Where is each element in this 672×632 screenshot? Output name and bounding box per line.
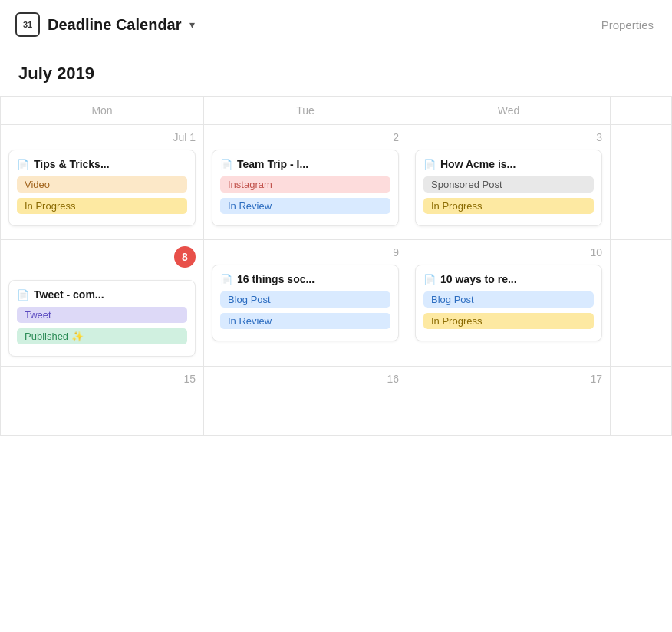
card-title-row-16: 📄 16 things soc... bbox=[220, 273, 390, 285]
tags-col-3: Sponsored Post In Progress bbox=[423, 176, 594, 218]
tag-blog-16[interactable]: Blog Post bbox=[220, 291, 390, 308]
day-header-mon: Mon bbox=[1, 97, 204, 124]
doc-icon: 📄 bbox=[17, 159, 29, 170]
chevron-down-icon[interactable]: ▾ bbox=[189, 18, 195, 31]
tag-video[interactable]: Video bbox=[17, 176, 187, 193]
cal-cell-10: 10 📄 10 ways to re... Blog Post In Progr… bbox=[407, 240, 611, 366]
cell-date-9: 9 bbox=[212, 246, 399, 258]
day-header-extra bbox=[611, 97, 672, 124]
card-team-trip[interactable]: 📄 Team Trip - I... Instagram In Review bbox=[212, 150, 399, 226]
card-title-row-tweet: 📄 Tweet - com... bbox=[17, 288, 187, 301]
cell-date-8-today: 8 bbox=[174, 246, 196, 268]
card-tips-tricks[interactable]: 📄 Tips & Tricks... Video In Progress bbox=[8, 150, 196, 226]
tag-blog-10[interactable]: Blog Post bbox=[423, 291, 594, 308]
cal-cell-extra-2 bbox=[611, 240, 672, 366]
doc-icon-16: 📄 bbox=[220, 274, 232, 285]
cal-cell-2: 2 📄 Team Trip - I... Instagram In Review bbox=[204, 125, 407, 239]
card-title-10: 10 ways to re... bbox=[440, 273, 517, 285]
card-title-row-10: 📄 10 ways to re... bbox=[423, 273, 594, 285]
card-title-team: Team Trip - I... bbox=[237, 158, 308, 170]
calendar-row-3: 15 16 17 bbox=[1, 367, 672, 436]
tags-col: Video In Progress bbox=[17, 176, 187, 218]
card-16things[interactable]: 📄 16 things soc... Blog Post In Review bbox=[212, 265, 399, 341]
cal-cell-9: 9 📄 16 things soc... Blog Post In Review bbox=[204, 240, 407, 366]
tag-in-progress-3[interactable]: In Progress bbox=[423, 198, 594, 214]
header: 31 Deadline Calendar ▾ Properties bbox=[0, 0, 672, 48]
card-how-acme[interactable]: 📄 How Acme is... Sponsored Post In Progr… bbox=[415, 150, 602, 226]
card-title-16: 16 things soc... bbox=[237, 273, 315, 285]
tags-col-2: Instagram In Review bbox=[220, 176, 390, 218]
card-title-row-3: 📄 How Acme is... bbox=[423, 158, 594, 170]
calendar-grid: Mon Tue Wed Jul 1 📄 Tips & Tricks... Vid… bbox=[0, 96, 672, 436]
cal-cell-extra-3 bbox=[611, 367, 672, 435]
cell-date-16: 16 bbox=[212, 373, 399, 385]
calendar-icon: 31 bbox=[15, 12, 40, 37]
cal-cell-17: 17 bbox=[407, 367, 611, 435]
properties-button[interactable]: Properties bbox=[601, 18, 654, 31]
cal-cell-3: 3 📄 How Acme is... Sponsored Post In Pro… bbox=[407, 125, 611, 239]
tag-sponsored[interactable]: Sponsored Post bbox=[423, 176, 594, 193]
card-title-row: 📄 Tips & Tricks... bbox=[17, 158, 187, 170]
tag-in-progress[interactable]: In Progress bbox=[17, 198, 187, 214]
cell-date-17: 17 bbox=[415, 373, 602, 385]
cell-date-15: 15 bbox=[8, 373, 196, 385]
tags-col-16: Blog Post In Review bbox=[220, 291, 390, 333]
tag-published[interactable]: Published ✨ bbox=[17, 328, 187, 344]
cal-cell-15: 15 bbox=[1, 367, 204, 435]
calendar-row-1: Jul 1 📄 Tips & Tricks... Video In Progre… bbox=[1, 125, 672, 240]
card-title-tweet: Tweet - com... bbox=[34, 288, 104, 301]
doc-icon-10: 📄 bbox=[423, 274, 436, 285]
header-left: 31 Deadline Calendar ▾ bbox=[15, 12, 195, 37]
cal-cell-8: 8 📄 Tweet - com... Tweet Published ✨ bbox=[1, 240, 204, 366]
cell-date-jul1: Jul 1 bbox=[8, 131, 196, 143]
tags-col-10: Blog Post In Progress bbox=[423, 291, 594, 333]
cal-cell-jul1: Jul 1 📄 Tips & Tricks... Video In Progre… bbox=[1, 125, 204, 239]
day-header-tue: Tue bbox=[204, 97, 407, 124]
calendar-title: Deadline Calendar bbox=[48, 16, 182, 34]
day-header-wed: Wed bbox=[407, 97, 611, 124]
cell-date-3: 3 bbox=[415, 131, 602, 143]
tags-col-tweet: Tweet Published ✨ bbox=[17, 307, 187, 348]
tag-in-review[interactable]: In Review bbox=[220, 198, 390, 214]
cell-date-2: 2 bbox=[212, 131, 399, 143]
card-10ways[interactable]: 📄 10 ways to re... Blog Post In Progress bbox=[415, 265, 602, 341]
tag-instagram[interactable]: Instagram bbox=[220, 176, 390, 193]
cal-cell-16: 16 bbox=[204, 367, 407, 435]
tag-in-progress-10[interactable]: In Progress bbox=[423, 313, 594, 329]
month-label: July 2019 bbox=[0, 48, 672, 96]
cal-cell-extra-1 bbox=[611, 125, 672, 239]
doc-icon-tweet: 📄 bbox=[17, 289, 29, 301]
tag-tweet[interactable]: Tweet bbox=[17, 307, 187, 323]
calendar-row-2: 8 📄 Tweet - com... Tweet Published ✨ 9 📄… bbox=[1, 240, 672, 367]
doc-icon-2: 📄 bbox=[220, 159, 232, 170]
doc-icon-3: 📄 bbox=[423, 159, 436, 170]
card-title-acme: How Acme is... bbox=[440, 158, 516, 170]
cell-date-10: 10 bbox=[415, 246, 602, 258]
card-title-row-2: 📄 Team Trip - I... bbox=[220, 158, 390, 170]
day-headers-row: Mon Tue Wed bbox=[1, 97, 672, 125]
tag-in-review-16[interactable]: In Review bbox=[220, 313, 390, 329]
card-title-tips: Tips & Tricks... bbox=[34, 158, 110, 170]
card-tweet[interactable]: 📄 Tweet - com... Tweet Published ✨ bbox=[8, 280, 196, 357]
